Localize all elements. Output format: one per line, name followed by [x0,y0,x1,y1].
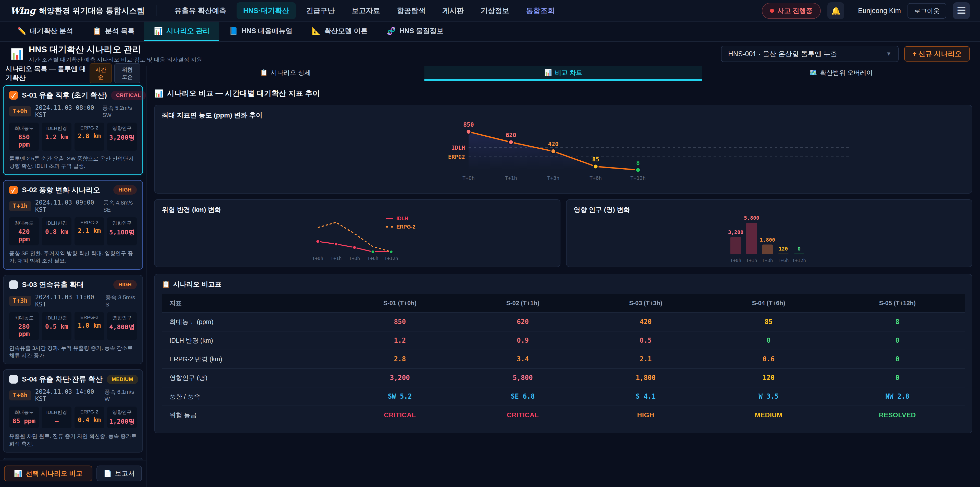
subtab-2[interactable]: 📊시나리오 관리 [144,22,219,42]
metric-value: 3,200명 [109,133,135,142]
metric-label: 영향인구 [109,409,135,416]
view-tab-icon: 📋 [260,69,268,76]
svg-text:300 ERPG2: 300 ERPG2 [448,154,465,160]
metric-value: 2.1 km [76,227,103,235]
subtab-3[interactable]: 📘HNS 대응매뉴얼 [219,22,302,42]
table-cell: 620 [461,313,584,331]
scenario-checkbox[interactable] [9,280,18,289]
app-root: Wing 해양환경 위기대응 통합시스템 유출유 확산예측HNS·대기확산긴급구… [0,0,980,487]
sidebar-header: 시나리오 목록 — 톨루엔 대기확산 시간순위험도순 [0,66,146,81]
wind-info: 풍속 4.8m/s SE [103,199,137,213]
table-cell: 1,800 [584,369,707,387]
subtab-4[interactable]: 📐확산모델 이론 [302,22,377,42]
metric-box: 영향인구3,200명 [107,123,137,151]
view-tab-1[interactable]: 📊비교 차트 [425,66,702,81]
wind-info: 풍속 5.2m/s SW [102,104,137,118]
risk-badge: MEDIUM [107,375,138,384]
svg-text:T+3h: T+3h [349,255,360,261]
new-scenario-button[interactable]: + 신규 시나리오 [904,46,970,62]
incident-select[interactable]: HNS-001 · 울산 온산항 톨루엔 누출 ▼ [721,46,899,62]
subtab-0[interactable]: ✏️대기확산 분석 [8,22,83,42]
subtab-label: 대기확산 분석 [30,26,73,35]
time-offset-chip: T+1h [9,201,31,211]
nav-item-5[interactable]: 게시판 [436,2,470,19]
svg-text:T+12h: T+12h [384,255,398,261]
svg-text:T+12h: T+12h [630,175,646,181]
svg-text:T+1h: T+1h [505,175,517,181]
notifications-button[interactable]: 🔔 [827,2,844,19]
svg-text:T+3h: T+3h [547,175,559,181]
table-header-cell-0: 지표 [162,294,339,313]
nav-item-2[interactable]: 긴급구난 [299,2,341,19]
sidebar-title: 시나리오 목록 — 톨루엔 대기확산 [6,64,89,82]
subtab-icon-0: ✏️ [18,27,26,35]
scenario-card-2[interactable]: S-03 연속유출 확대HIGHT+3h2024.11.03 11:00 KST… [3,275,143,364]
view-tab-label: 확산범위 오버레이 [820,69,873,77]
table-cell: 8 [830,313,965,331]
table-cell: 0 [830,369,965,387]
system-title: 해양환경 위기대응 통합시스템 [39,6,145,16]
timestamp: 2024.11.03 09:00 KST [35,199,99,213]
svg-text:5,800: 5,800 [744,215,759,221]
sort-button-1[interactable]: 위험도순 [115,63,140,83]
hamburger-menu-button[interactable]: ☰ [953,2,970,19]
nav-item-6[interactable]: 기상정보 [474,2,516,19]
scenario-checkbox[interactable] [9,375,18,383]
view-tab-2[interactable]: 🗺️확산범위 오버레이 [702,66,980,81]
nav-item-1[interactable]: HNS·대기확산 [237,2,296,19]
user-name: Eunjeong Kim [858,7,901,15]
main-content: 📊 시나리오 비교 — 시간대별 대기확산 지표 추이 최대 지표면 농도 (p… [146,81,980,439]
scenario-checkbox[interactable]: ✓ [9,91,18,100]
page-subtitle: 시간·조건별 대기확산 예측 시나리오 비교·검토 및 대응 의사결정 지원 [29,56,202,64]
subtab-5[interactable]: 🧬HNS 물질정보 [377,22,453,42]
scenario-description: 풍향 SE 전환. 주거지역 방향 확산 확대. 영향인구 증가. 대피 범위 … [9,249,137,265]
page-header: 📊 HNS 대기확산 시나리오 관리 시간·조건별 대기확산 예측 시나리오 비… [0,42,980,66]
scenario-card-3[interactable]: S-04 유출 차단·잔류 확산MEDIUMT+6h2024.11.03 14:… [3,369,143,452]
view-tab-icon: 📊 [544,69,552,76]
table-row-1: IDLH 반경 (km)1.20.90.500 [162,331,965,350]
row-label: 영향인구 (명) [162,369,339,387]
logout-button[interactable]: 로그아웃 [907,3,946,19]
table-cell: RESOLVED [830,406,965,424]
divider [156,5,156,16]
table-header-cell-2: S-02 (T+1h) [461,294,584,313]
scenario-description: 톨루엔 2.5톤 순간 유출. SW 풍향으로 온산 산업단지 방향 확산. I… [9,155,137,170]
scenario-checkbox[interactable]: ✓ [9,186,18,194]
comparison-table-title-row: 📋 시나리오 비교표 [162,280,965,289]
report-label: 보고서 [115,469,135,478]
nav-item-4[interactable]: 항공탐색 [390,2,432,19]
sort-button-0[interactable]: 시간순 [89,63,112,83]
metric-label: ERPG-2 [76,220,103,225]
scenario-card-0[interactable]: ✓S-01 유출 직후 (초기 확산)CRITICALT+0h2024.11.0… [3,85,143,175]
compare-scenarios-button[interactable]: 📊 선택 시나리오 비교 [4,466,92,481]
dashed-line-swatch [386,226,393,228]
top-bar: Wing 해양환경 위기대응 통합시스템 유출유 확산예측HNS·대기확산긴급구… [0,0,980,22]
table-cell: SW 5.2 [339,387,461,406]
table-row-5: 위험 등급CRITICALCRITICALHIGHMEDIUMRESOLVED [162,406,965,424]
metric-label: ERPG-2 [76,315,103,320]
view-tab-label: 시나리오 상세 [271,69,311,77]
table-cell: 3,200 [339,369,461,387]
report-button[interactable]: 📄 보고서 [97,466,142,481]
scenario-card-1[interactable]: ✓S-02 풍향 변화 시나리오HIGHT+1h2024.11.03 09:00… [3,180,143,270]
subtab-1[interactable]: 📋분석 목록 [83,22,144,42]
nav-item-3[interactable]: 보고자료 [345,2,387,19]
timestamp: 2024.11.03 08:00 KST [35,104,98,118]
metric-box: IDLH반경0.5 km [42,312,72,340]
nav-item-0[interactable]: 유출유 확산예측 [168,2,233,19]
page-title-icon: 📊 [10,48,24,60]
svg-text:T+6h: T+6h [590,175,602,181]
comparison-table: 지표S-01 (T+0h)S-02 (T+1h)S-03 (T+3h)S-04 … [162,294,965,424]
risk-badge: HIGH [113,185,137,195]
table-cell: 0 [707,331,830,350]
table-cell: 0 [830,350,965,369]
row-label: 풍향 / 풍속 [162,387,339,406]
table-header-cell-5: S-05 (T+12h) [830,294,965,313]
nav-item-7[interactable]: 통합조회 [519,2,561,19]
view-tab-0[interactable]: 📋시나리오 상세 [146,66,425,81]
legend-item-0: IDLH [386,216,415,221]
card-time-row: T+6h2024.11.03 14:00 KST풍속 6.1m/s W [9,388,137,402]
card-time-row: T+3h2024.11.03 11:00 KST풍속 3.5m/s S [9,294,137,308]
table-cell: S 4.1 [584,387,707,406]
card-header-row: S-03 연속유출 확대HIGH [9,280,137,290]
